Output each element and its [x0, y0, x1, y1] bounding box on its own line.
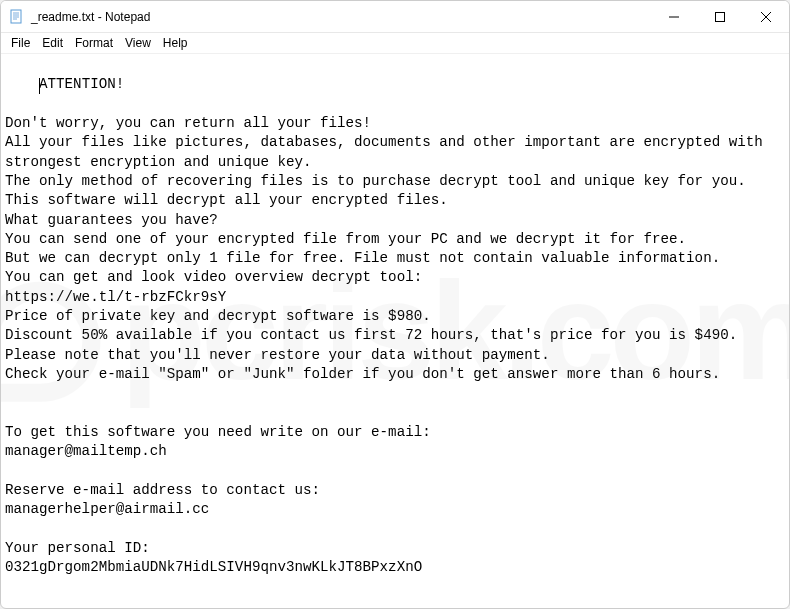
document-text: ATTENTION! Don't worry, you can return a… — [5, 76, 771, 575]
window-title: _readme.txt - Notepad — [31, 10, 651, 24]
menu-view[interactable]: View — [119, 34, 157, 52]
text-cursor — [39, 78, 40, 94]
window-controls — [651, 1, 789, 32]
text-area[interactable]: pcrisk.comATTENTION! Don't worry, you ca… — [1, 54, 789, 608]
maximize-button[interactable] — [697, 1, 743, 32]
minimize-button[interactable] — [651, 1, 697, 32]
menu-format[interactable]: Format — [69, 34, 119, 52]
menu-help[interactable]: Help — [157, 34, 194, 52]
notepad-icon — [9, 9, 25, 25]
svg-rect-0 — [11, 10, 21, 23]
menubar: File Edit Format View Help — [1, 33, 789, 54]
menu-file[interactable]: File — [5, 34, 36, 52]
svg-rect-6 — [716, 12, 725, 21]
close-button[interactable] — [743, 1, 789, 32]
notepad-window: _readme.txt - Notepad File Edit Format V… — [0, 0, 790, 609]
menu-edit[interactable]: Edit — [36, 34, 69, 52]
titlebar: _readme.txt - Notepad — [1, 1, 789, 33]
